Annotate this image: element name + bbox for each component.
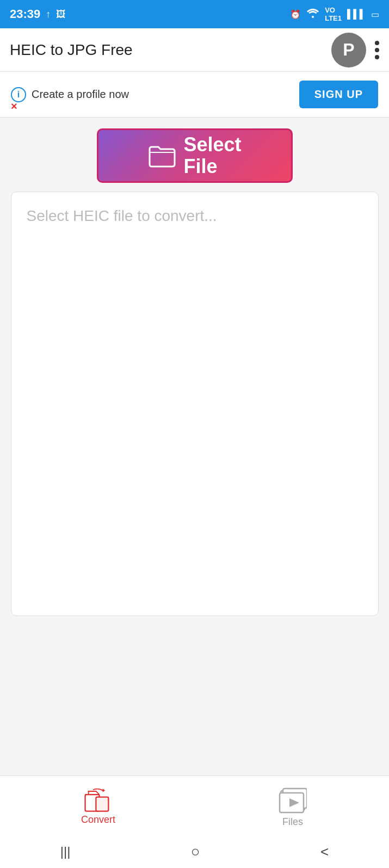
select-file-label: Select (183, 134, 241, 156)
bottom-nav: Convert Files (0, 775, 389, 835)
home-button[interactable]: ○ (191, 843, 200, 860)
app-bar: HEIC to JPG Free P (0, 28, 389, 72)
signal-icon: ▌▌▌ (347, 9, 366, 19)
status-icons: ⏰ VOLTE1 ▌▌▌ ▭ (290, 6, 379, 22)
select-file-button[interactable]: Select File (97, 128, 293, 183)
banner-left: i Create a profile now (11, 87, 129, 102)
menu-dot-3 (375, 55, 379, 59)
app-bar-right: P (331, 33, 379, 67)
upload-icon: ↑ (46, 9, 51, 20)
drop-placeholder: Select HEIC file to convert... (27, 207, 217, 225)
back-button[interactable]: < (320, 844, 329, 860)
select-file-label2: File (183, 156, 217, 177)
menu-button[interactable] (375, 41, 379, 59)
system-nav-bar: ||| ○ < (0, 835, 389, 868)
image-icon: 🖼 (56, 9, 66, 20)
signup-button[interactable]: SIGN UP (299, 81, 378, 108)
status-left: 23:39 ↑ 🖼 (10, 7, 66, 21)
menu-dot-1 (375, 41, 379, 45)
nav-convert[interactable]: Convert (81, 788, 115, 826)
nav-files[interactable]: Files (277, 786, 308, 828)
status-time: 23:39 (10, 7, 40, 21)
menu-dot-2 (375, 48, 379, 52)
convert-label: Convert (81, 814, 115, 826)
drop-area: Select HEIC file to convert... (11, 192, 379, 616)
app-title: HEIC to JPG Free (10, 41, 133, 59)
convert-nav-icon (84, 788, 113, 812)
parking-logo: P (331, 33, 366, 67)
banner-message: Create a profile now (32, 88, 129, 101)
files-label: Files (282, 816, 303, 828)
files-nav-icon (277, 786, 308, 814)
banner-close-button[interactable]: × (11, 100, 17, 113)
profile-banner: i Create a profile now SIGN UP × (0, 72, 389, 118)
alarm-icon: ⏰ (290, 9, 301, 20)
battery-icon: ▭ (371, 9, 379, 20)
status-bar: 23:39 ↑ 🖼 ⏰ VOLTE1 ▌▌▌ ▭ (0, 0, 389, 28)
recent-apps-button[interactable]: ||| (60, 844, 71, 859)
svg-rect-2 (96, 797, 108, 811)
svg-point-0 (312, 16, 314, 18)
main-content: Select File Select HEIC file to convert.… (0, 118, 389, 621)
folder-icon (147, 144, 176, 168)
svg-marker-3 (102, 789, 105, 792)
wifi-icon (306, 8, 319, 20)
lte-icon: VOLTE1 (325, 6, 342, 22)
